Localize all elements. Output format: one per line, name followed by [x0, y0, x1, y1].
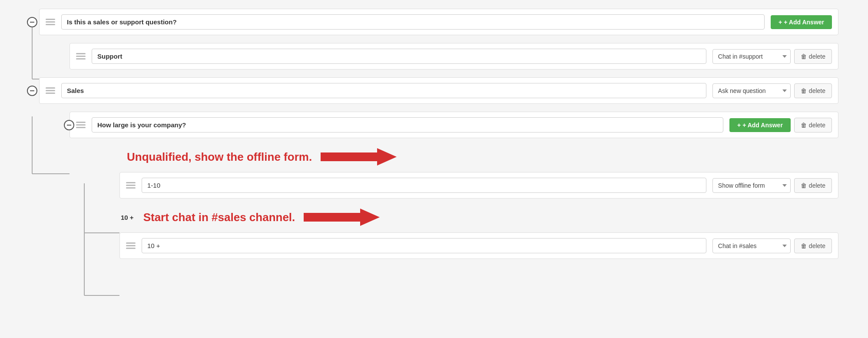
question-input-company-size[interactable] [92, 117, 723, 133]
plus-icon-company-size: + [737, 122, 741, 129]
answer-input-10plus[interactable] [142, 238, 706, 253]
delete-button-1-10[interactable]: 🗑 delete [794, 178, 832, 193]
svg-marker-7 [321, 148, 397, 166]
drag-handle-10plus[interactable] [126, 242, 136, 249]
annotation-sales-chat-text: Start chat in #sales channel. [137, 209, 295, 226]
trash-icon-sales: 🗑 [801, 87, 807, 94]
delete-label-10plus: delete [809, 242, 825, 249]
minus-icon-0 [30, 22, 34, 23]
action-select-sales[interactable]: Chat in #support Ask new question Show o… [712, 83, 791, 98]
delete-button-10plus[interactable]: 🗑 delete [794, 239, 832, 253]
add-answer-button-0[interactable]: + + Add Answer [771, 15, 832, 29]
annotation-unqualified-text: Unqualified, show the offline form. [121, 149, 312, 166]
delete-button-support[interactable]: 🗑 delete [794, 49, 832, 64]
delete-label-support: delete [809, 53, 825, 60]
minus-icon-company-size [67, 125, 71, 126]
card-support: Chat in #support Ask new question Show o… [70, 43, 838, 70]
delete-button-company-size[interactable]: 🗑 delete [794, 118, 832, 133]
node-circle-sales [27, 86, 37, 96]
row-answer-10plus: Chat in #support Ask new question Show o… [13, 232, 838, 259]
drag-handle-1-10[interactable] [126, 182, 136, 189]
add-answer-label-0: + Add Answer [784, 19, 824, 26]
row-answer-support: Chat in #support Ask new question Show o… [13, 43, 838, 70]
question-input-0[interactable] [61, 14, 765, 30]
page-wrapper: + + Add Answer Chat in #support Ask new … [13, 9, 838, 259]
card-question-0: + + Add Answer [39, 9, 838, 35]
answer-prefix-10plus: 10 + [121, 212, 134, 223]
row-question-0: + + Add Answer [13, 9, 838, 35]
card-1-10: Chat in #support Ask new question Show o… [119, 172, 838, 199]
action-select-support[interactable]: Chat in #support Ask new question Show o… [712, 49, 791, 64]
card-sales: Chat in #support Ask new question Show o… [39, 77, 838, 104]
delete-label-company-size: delete [809, 122, 825, 129]
drag-handle-support[interactable] [76, 53, 86, 60]
drag-handle-sales[interactable] [46, 87, 55, 94]
action-select-10plus[interactable]: Chat in #support Ask new question Show o… [712, 239, 791, 253]
trash-icon-company-size: 🗑 [801, 122, 807, 129]
red-arrow-sales [304, 206, 382, 228]
delete-label-sales: delete [809, 87, 825, 94]
node-circle-0 [27, 17, 37, 27]
row-question-company-size: + + Add Answer 🗑 delete [13, 112, 838, 138]
trash-icon-10plus: 🗑 [801, 242, 807, 249]
trash-icon-support: 🗑 [801, 53, 807, 60]
red-arrow-unqualified [321, 146, 399, 168]
drag-handle-company-size[interactable] [76, 122, 86, 128]
trash-icon-1-10: 🗑 [801, 182, 807, 189]
delete-button-sales[interactable]: 🗑 delete [794, 83, 832, 98]
add-answer-label-company-size: + Add Answer [742, 122, 783, 129]
action-select-1-10[interactable]: Chat in #support Ask new question Show o… [712, 178, 791, 193]
drag-handle-0[interactable] [46, 19, 55, 25]
minus-icon-sales [30, 90, 34, 91]
row-answer-sales: Chat in #support Ask new question Show o… [13, 77, 838, 104]
plus-icon-0: + [779, 19, 782, 26]
answer-input-support[interactable] [92, 49, 706, 64]
node-circle-company-size [64, 120, 74, 130]
annotation-unqualified: Unqualified, show the offline form. [13, 146, 838, 168]
add-answer-button-company-size[interactable]: + + Add Answer [729, 118, 791, 132]
card-10plus: Chat in #support Ask new question Show o… [119, 232, 838, 259]
answer-input-sales[interactable] [61, 83, 706, 98]
annotation-sales-chat: 10 + Start chat in #sales channel. [13, 206, 838, 228]
row-answer-1-10: Chat in #support Ask new question Show o… [13, 172, 838, 199]
svg-marker-8 [304, 209, 380, 226]
card-company-size: + + Add Answer 🗑 delete [70, 112, 838, 138]
answer-input-1-10[interactable] [142, 178, 706, 193]
delete-label-1-10: delete [809, 182, 825, 189]
